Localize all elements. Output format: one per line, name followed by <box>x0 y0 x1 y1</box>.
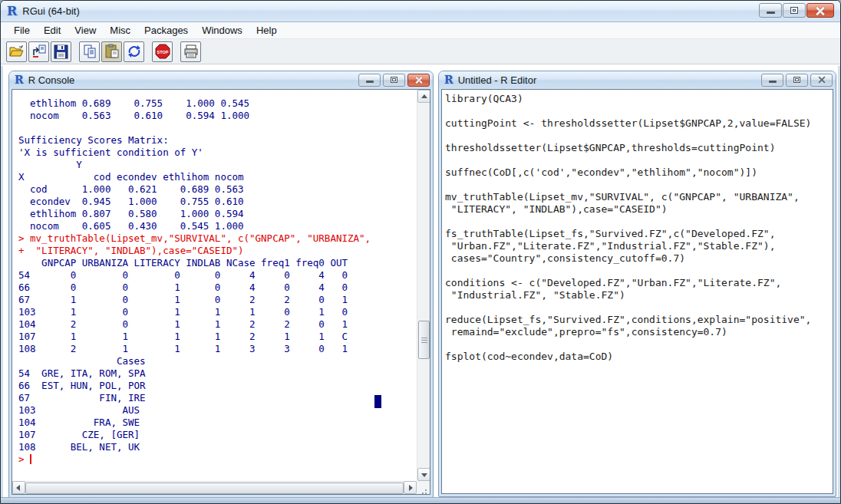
console-line: 107 CZE, [GER] <box>18 429 417 441</box>
load-workspace-icon <box>31 44 47 59</box>
menu-item-misc[interactable]: Misc <box>103 22 137 38</box>
console-line: 'X is sufficient condition of Y' <box>18 147 417 159</box>
console-line: 108 BEL, NET, UK <box>18 441 417 453</box>
console-text[interactable]: ethlihom 0.689 0.755 1.000 0.545 nocom 0… <box>12 90 417 481</box>
console-line: nocom 0.605 0.430 0.545 1.000 <box>18 220 417 232</box>
r-logo-icon: R <box>15 74 24 85</box>
stop-sign-icon: STOP <box>155 44 170 59</box>
vertical-scroll-thumb[interactable] <box>418 321 430 359</box>
window-controls <box>759 3 834 18</box>
menu-item-help[interactable]: Help <box>249 22 284 38</box>
window-frame-bottom <box>1 497 840 503</box>
load-workspace-button[interactable] <box>28 41 49 62</box>
console-line: 67 1 0 1 0 2 2 0 1 <box>18 294 417 306</box>
toolbar: STOP <box>1 39 840 64</box>
console-line <box>18 122 417 134</box>
close-button[interactable] <box>806 3 834 18</box>
console-line: Y <box>18 159 417 171</box>
window-title: RGui (64-bit) <box>22 5 79 17</box>
editor-titlebar[interactable]: R Untitled - R Editor <box>439 71 836 88</box>
main-titlebar[interactable]: R RGui (64-bit) <box>1 1 840 22</box>
copy-paste-arrows-icon <box>127 44 142 59</box>
copy-and-paste-button[interactable] <box>124 41 144 62</box>
editor-line: fsplot(cod~econdev,data=CoD) <box>445 351 833 363</box>
editor-minimize-button[interactable] <box>761 74 783 87</box>
console-client[interactable]: ethlihom 0.689 0.755 1.000 0.545 nocom 0… <box>12 89 430 495</box>
open-script-button[interactable] <box>6 41 27 62</box>
editor-line: cuttingPoint <- thresholdssetter(Lipset$… <box>445 117 833 130</box>
editor-close-button[interactable] <box>810 74 833 87</box>
console-titlebar[interactable]: R R Console <box>9 71 433 88</box>
console-line: ethlihom 0.689 0.755 1.000 0.545 <box>18 97 417 110</box>
editor-window: R Untitled - R Editor library(QCA3) cutt… <box>438 71 836 497</box>
menu-item-windows[interactable]: Windows <box>195 22 249 38</box>
window-frame-right <box>838 66 840 497</box>
minimize-icon <box>366 81 374 83</box>
console-window-controls <box>358 74 430 87</box>
close-icon <box>816 7 825 15</box>
console-block-cursor <box>374 395 381 408</box>
console-close-button[interactable] <box>407 74 430 87</box>
editor-line <box>445 301 833 314</box>
editor-line: suffnec(CoD[,c('cod',"econdev","ethlihom… <box>445 166 833 179</box>
console-line: 108 2 1 1 1 3 3 0 1 <box>18 343 417 355</box>
menu-bar: FileEditViewMiscPackagesWindowsHelp <box>1 22 840 39</box>
minimize-icon <box>767 12 775 14</box>
console-horizontal-scrollbar[interactable] <box>12 481 417 494</box>
svg-text:STOP: STOP <box>157 50 168 54</box>
console-line: econdev 0.945 1.000 0.755 0.610 <box>18 196 417 208</box>
restore-icon <box>793 77 800 83</box>
paste-button[interactable] <box>101 41 122 62</box>
console-line: 104 2 0 1 1 2 2 0 1 <box>18 318 417 331</box>
console-line: 54 0 0 0 0 4 0 4 0 <box>18 269 417 282</box>
console-line: Cases <box>18 355 417 367</box>
console-line: 54 GRE, ITA, ROM, SPA <box>18 367 417 380</box>
menu-item-view[interactable]: View <box>68 22 103 38</box>
menu-item-file[interactable]: File <box>7 22 37 38</box>
stop-computation-button[interactable]: STOP <box>152 41 173 62</box>
editor-line: "Industrial.FZ", "Stable.FZ") <box>445 289 833 301</box>
editor-window-controls <box>761 74 833 87</box>
editor-text[interactable]: library(QCA3) cuttingPoint <- thresholds… <box>442 90 833 493</box>
scroll-up-arrow[interactable] <box>417 90 430 103</box>
horizontal-scroll-thumb[interactable] <box>25 483 404 494</box>
scroll-left-arrow[interactable] <box>12 481 25 494</box>
editor-restore-button[interactable] <box>786 74 808 87</box>
printer-icon <box>183 44 199 59</box>
console-restore-button[interactable] <box>383 74 405 87</box>
restore-icon <box>391 77 397 83</box>
scroll-down-arrow[interactable] <box>417 468 430 481</box>
print-button[interactable] <box>180 41 201 62</box>
resize-grip[interactable] <box>417 481 430 494</box>
save-workspace-button[interactable] <box>51 41 71 62</box>
scroll-right-arrow[interactable] <box>404 481 417 494</box>
editor-line <box>445 154 833 166</box>
console-minimize-button[interactable] <box>358 74 381 87</box>
editor-line: cases="Country",consistency_cutoff=0.7) <box>445 252 833 265</box>
restore-button[interactable] <box>783 3 806 18</box>
console-title: R Console <box>28 74 75 86</box>
console-line: 107 1 1 1 1 2 1 1 C <box>18 331 417 343</box>
editor-line <box>445 105 833 117</box>
copy-button[interactable] <box>79 41 100 62</box>
console-line: 104 FRA, SWE <box>18 417 417 429</box>
editor-title: Untitled - R Editor <box>458 74 537 86</box>
editor-line: mv_truthTable(Lipset_mv,"SURVIVAL", c("G… <box>445 191 833 203</box>
menu-item-edit[interactable]: Edit <box>37 22 68 38</box>
paste-clipboard-icon <box>104 44 120 59</box>
editor-line <box>445 338 833 351</box>
console-line: 67 FIN, IRE <box>18 392 417 404</box>
console-line: 66 0 0 1 0 4 0 4 0 <box>18 282 417 294</box>
editor-line <box>445 130 833 142</box>
console-vertical-scrollbar[interactable] <box>417 90 430 481</box>
editor-line <box>445 265 833 277</box>
menu-item-packages[interactable]: Packages <box>137 22 195 38</box>
editor-client[interactable]: library(QCA3) cuttingPoint <- thresholds… <box>441 89 833 494</box>
console-line: 103 AUS <box>18 404 417 417</box>
editor-line <box>445 179 833 191</box>
minimize-button[interactable] <box>759 3 782 18</box>
window-frame-left <box>1 66 3 497</box>
editor-line: fs_truthTable(Lipset_fs,"Survived.FZ",c(… <box>445 228 833 240</box>
close-icon <box>415 77 423 83</box>
close-icon <box>818 77 826 83</box>
